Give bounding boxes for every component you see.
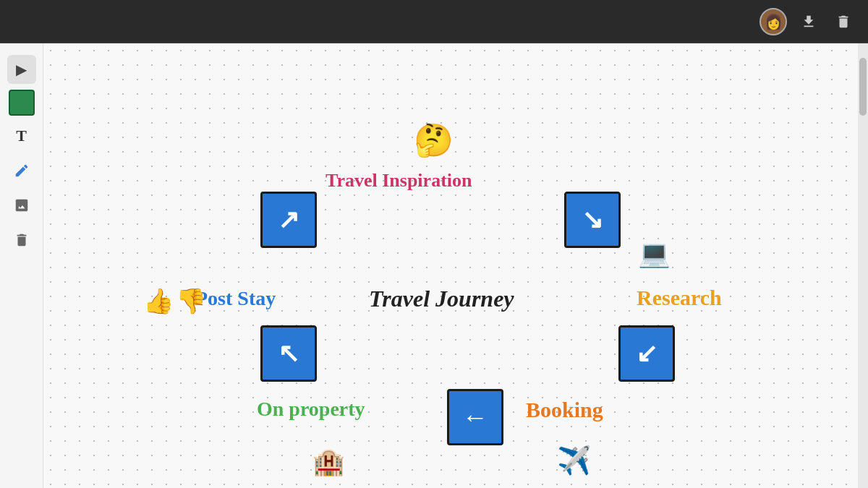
- thumbsdown-emoji: 👎: [176, 286, 206, 315]
- label-post-stay: Post Stay: [195, 287, 276, 310]
- arrow-left-icon: ←: [462, 402, 488, 432]
- label-on-property: On property: [257, 398, 365, 421]
- select-tool[interactable]: ▶: [7, 55, 36, 84]
- thinking-emoji: 🤔: [414, 121, 454, 159]
- arrow-se-icon: ↘: [582, 205, 603, 235]
- scrollbar[interactable]: [858, 43, 868, 488]
- arrow-box-center-bottom[interactable]: ←: [447, 389, 503, 445]
- trash-tool[interactable]: [7, 226, 36, 254]
- plane-emoji: ✈️: [557, 445, 591, 476]
- topbar: 👩: [0, 0, 868, 43]
- arrow-box-top-left[interactable]: ↗: [260, 192, 317, 248]
- hotel-emoji: 🏨: [312, 447, 345, 477]
- main-layout: ▶ T Travel Journey Travel Inspiration: [0, 43, 868, 488]
- arrow-box-bottom-right[interactable]: ↙: [618, 325, 675, 382]
- delete-button[interactable]: [830, 9, 856, 35]
- download-button[interactable]: [796, 9, 822, 35]
- sidebar: ▶ T: [0, 43, 43, 488]
- scroll-thumb[interactable]: [859, 58, 867, 116]
- image-tool[interactable]: [7, 191, 36, 220]
- label-research: Research: [637, 286, 722, 310]
- text-tool[interactable]: T: [7, 121, 36, 150]
- thumbsup-emoji: 👍: [143, 286, 174, 315]
- center-title: Travel Journey: [369, 286, 514, 312]
- arrow-box-bottom-left[interactable]: ↖: [260, 325, 317, 382]
- canvas[interactable]: Travel Journey Travel Inspiration Resear…: [43, 43, 858, 488]
- pen-tool[interactable]: [7, 156, 36, 185]
- arrow-box-top-right[interactable]: ↘: [564, 192, 621, 248]
- color-tool[interactable]: [9, 90, 35, 116]
- avatar[interactable]: 👩: [760, 8, 787, 35]
- arrow-nw-icon: ↖: [278, 338, 299, 369]
- label-inspiration: Travel Inspiration: [326, 170, 472, 192]
- arrow-sw-icon: ↙: [636, 338, 658, 369]
- laptop-emoji: 💻: [638, 239, 671, 269]
- label-booking: Booking: [526, 398, 603, 422]
- arrow-ne-icon: ↗: [278, 205, 299, 235]
